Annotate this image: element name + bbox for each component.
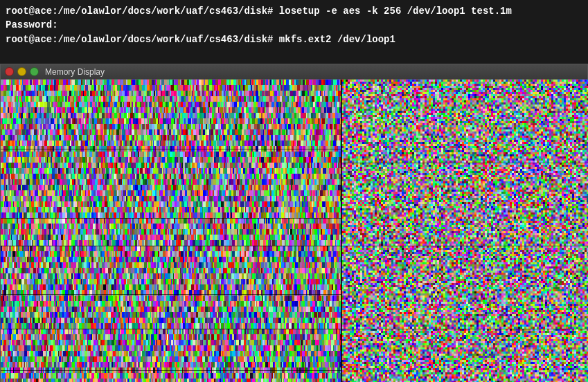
- terminal-line-3: root@ace:/me/olawlor/docs/work/uaf/cs463…: [6, 33, 582, 46]
- memory-visualization: [1, 80, 588, 382]
- maximize-button[interactable]: [30, 67, 39, 76]
- terminal-output: root@ace:/me/olawlor/docs/work/uaf/cs463…: [0, 0, 588, 64]
- terminal-line-1: root@ace:/me/olawlor/docs/work/uaf/cs463…: [6, 4, 582, 18]
- terminal-line-2: Password:: [6, 18, 582, 32]
- memory-canvas: [1, 80, 588, 382]
- close-button[interactable]: [5, 67, 14, 76]
- minimize-button[interactable]: [17, 67, 26, 76]
- window-title: Memory Display: [45, 67, 105, 77]
- titlebar: Memory Display: [1, 64, 587, 80]
- memory-display-window: Memory Display: [0, 64, 588, 382]
